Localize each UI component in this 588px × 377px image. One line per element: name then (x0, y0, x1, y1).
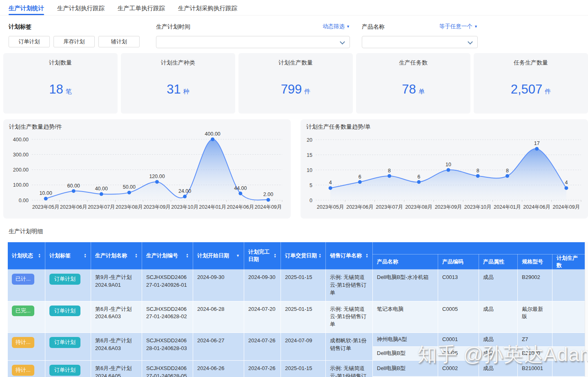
cell-product-code: C0005 (438, 301, 479, 333)
plan-time-select[interactable] (156, 36, 350, 48)
svg-text:8: 8 (477, 168, 479, 174)
product-name-select[interactable] (362, 36, 478, 48)
cell-plan-code: SCJHXSDD240627-01-240628-02 (142, 301, 193, 333)
chevron-down-icon (468, 39, 473, 45)
tab-production-plan-statistics[interactable]: 生产计划统计 (9, 0, 44, 15)
svg-text:400.00: 400.00 (205, 131, 220, 137)
sort-icon[interactable]: ▲▼ (274, 253, 276, 258)
product-name-label: 产品名称 (362, 22, 385, 31)
sort-icon[interactable]: ▲▼ (38, 253, 41, 258)
plan-time-mode-link[interactable]: 动态筛选 ▼ (323, 23, 350, 30)
svg-text:5: 5 (310, 183, 312, 188)
column-header-label: 计划完工日期 (248, 248, 274, 263)
column-header-4[interactable]: 计划开始日期▼ (193, 242, 244, 270)
column-header-3[interactable]: 生产计划编号▲▼ (142, 242, 193, 270)
column-header-0[interactable]: 计划状态▲▼ (8, 242, 45, 270)
cell-product-attr: 成品 (479, 270, 518, 301)
sort-icon[interactable]: ▲▼ (318, 253, 321, 258)
cell-end-date: 2024-07-26 (244, 361, 281, 377)
table-row[interactable]: 待计...订单计划第6月-生产计划 2024.6A05SCJHXSDD24062… (8, 361, 585, 377)
table-row[interactable]: 已计...订单计划第9月-生产计划 2024.9A01SCJHXSDD24062… (8, 270, 585, 301)
column-header-label: 计划状态 (12, 252, 33, 259)
vertical-scrollbar[interactable] (585, 242, 588, 377)
stat-card-label: 计划生产种类 (121, 53, 235, 67)
svg-text:8: 8 (388, 168, 391, 174)
product-column-header-1[interactable]: 产品编码 (438, 254, 479, 270)
stat-card-label: 任务生产数量 (474, 53, 588, 67)
plan-tag-buttons: 订单计划库存计划辅计划 (9, 36, 141, 47)
cell-product-spec: 戴尔最新版 (518, 301, 552, 333)
cell-product-code: C0002 (438, 361, 479, 377)
tab-plan-purchase-execution[interactable]: 生产计划采购执行跟踪 (178, 0, 237, 15)
caret-down-icon: ▼ (474, 25, 478, 29)
svg-text:0.00: 0.00 (19, 198, 29, 203)
svg-text:2024年09月: 2024年09月 (553, 204, 580, 210)
sort-desc-icon[interactable]: ▼ (236, 254, 240, 258)
product-name-filter: 产品名称 等于任意一个 ▼ (362, 22, 478, 48)
column-header-label: 订单交货日期 (285, 252, 317, 259)
status-badge: 待计... (12, 365, 34, 376)
chart-panel-production-qty: 计划生产数量趋势/件 0.00100.00200.00300.00400.002… (3, 119, 291, 219)
product-column-header-3[interactable]: 规格型号 (518, 254, 552, 270)
product-column-header-0[interactable]: 产品名称 (373, 254, 438, 270)
plan-tag-button-1[interactable]: 库存计划 (53, 36, 95, 47)
cell-end-date: 2024-07-26 (244, 333, 281, 361)
column-header-label: 销售订单名称 (330, 252, 362, 259)
column-header-6[interactable]: 订单交货日期▲▼ (281, 242, 326, 270)
cell-plan-tag: 订单计划 (45, 361, 91, 377)
product-mode-link[interactable]: 等于任意一个 ▼ (439, 23, 478, 30)
svg-text:2023年05月: 2023年05月 (32, 204, 60, 210)
cell-plan-code: SCJHXSDD240627-01-240926-01 (142, 270, 193, 301)
cell-plan-code: SCJHXSDD240627-01-240628-05 (142, 361, 193, 377)
cell-plan-status: 已计... (8, 270, 45, 301)
product-column-header-2[interactable]: 产品属性 (479, 254, 518, 270)
plan-tag-button-2[interactable]: 辅计划 (98, 36, 140, 47)
stat-card: 生产任务数78单 (356, 53, 470, 114)
table-row[interactable]: 已完...订单计划第6月-生产计划 2024.6A03SCJHXSDD24062… (8, 301, 585, 333)
cell-sales-order: 示例: 无锡简道云-第1份销售订单 (326, 301, 373, 333)
tab-production-plan-execution[interactable]: 生产计划执行跟踪 (57, 0, 105, 15)
svg-text:300.00: 300.00 (13, 152, 29, 158)
svg-text:2023年10月: 2023年10月 (464, 204, 492, 210)
sort-icon[interactable]: ▲▼ (365, 253, 368, 258)
cell-plan-name: 第6月-生产计划 2024.6A03 (91, 333, 142, 361)
line-chart: 051015202023年05月2023年06月2023年07月2023年08月… (301, 119, 588, 219)
cell-sales-order: 成都帆软-第1份销售订单 (326, 333, 373, 361)
cell-plan-name: 第9月-生产计划 2024.9A01 (91, 270, 142, 301)
column-header-label: 生产计划名称 (95, 252, 127, 259)
cell-product-qty (552, 301, 585, 333)
stat-card: 任务生产数量2,507件 (474, 53, 588, 114)
plan-tag-label: 计划标签 (9, 22, 141, 31)
column-header-5[interactable]: 计划完工日期▲▼ (244, 242, 281, 270)
product-column-header-4[interactable]: 计划生产数 (552, 254, 585, 270)
plan-tag-button-0[interactable]: 订单计划 (9, 36, 50, 47)
column-header-2[interactable]: 生产计划名称▲▼ (91, 242, 142, 270)
svg-text:2024年06月: 2024年06月 (523, 204, 550, 210)
column-header-label: 计划开始日期 (197, 252, 229, 259)
stat-cards: 计划数量18笔计划生产种类31种计划生产数量799件生产任务数78单任务生产数量… (3, 53, 588, 114)
status-badge: 待计... (12, 337, 34, 348)
column-header-7[interactable]: 销售订单名称▲▼ (326, 242, 373, 270)
svg-text:2.00: 2.00 (263, 192, 273, 197)
sort-icon[interactable]: ▲▼ (186, 253, 189, 258)
svg-text:2023年08月: 2023年08月 (405, 204, 432, 210)
cell-start-date: 2024-09-30 (193, 270, 244, 301)
svg-text:4: 4 (329, 180, 332, 185)
tab-work-order-execution[interactable]: 生产工单执行跟踪 (118, 0, 165, 15)
chart-panel-task-qty: 计划生产任务数量趋势/单 051015202023年05月2023年06月202… (301, 119, 588, 219)
column-header-1[interactable]: 计划标签▲▼ (45, 242, 91, 270)
cell-product-qty (552, 347, 585, 361)
sort-icon[interactable]: ▲▼ (135, 253, 138, 258)
cell-product-name: 神州电脑A型 (373, 333, 438, 347)
stat-card: 计划数量18笔 (3, 53, 118, 114)
status-badge: 已完... (12, 306, 34, 317)
cell-sales-order: 示例: 无锡简道云-第1份销售订单 (326, 270, 373, 301)
cell-product-qty (552, 333, 585, 347)
cell-product-name: Dell电脑B型 (373, 361, 438, 377)
cell-plan-name: 第6月-生产计划 2024.6A03 (91, 301, 142, 333)
stat-card-value: 18笔 (3, 82, 118, 97)
table-row[interactable]: 待计...订单计划第6月-生产计划 2024.6A03SCJHXSDD24062… (8, 333, 585, 347)
stat-card-label: 计划数量 (3, 53, 118, 67)
cell-delivery-date: 2025-01-15 (281, 361, 326, 377)
sort-icon[interactable]: ▲▼ (84, 253, 87, 258)
